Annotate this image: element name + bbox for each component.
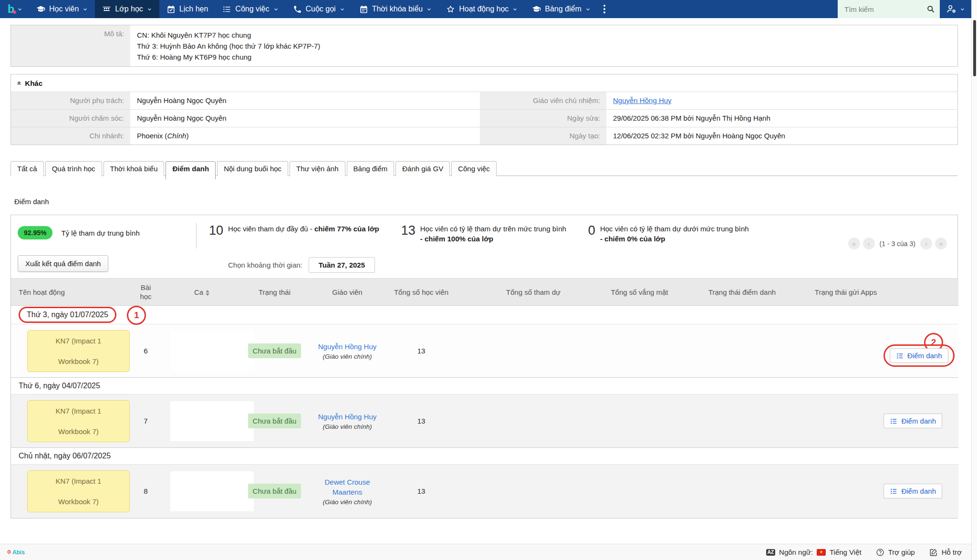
tab-noi-dung-buoi-hoc[interactable]: Nội dung buổi học bbox=[217, 161, 288, 176]
nav-item-cong-viec[interactable]: Công việc bbox=[215, 0, 285, 18]
search-input[interactable] bbox=[843, 5, 926, 14]
col-header-total-absent: Tổng số vắng mặt bbox=[605, 279, 674, 306]
apps-status bbox=[810, 465, 882, 518]
nav-item-label: Hoạt động học bbox=[459, 5, 509, 13]
col-header-actions bbox=[882, 279, 958, 306]
annotation-ellipse: Thứ 3, ngày 01/07/2025 bbox=[19, 307, 116, 323]
kebab-menu-icon bbox=[603, 5, 605, 7]
period-label: Chọn khoảng thời gian: bbox=[228, 261, 302, 269]
stat-below-average: 0 Học viên có tỷ lệ tham dự dưới mức tru… bbox=[588, 223, 749, 244]
chevron-down-icon bbox=[83, 7, 88, 12]
period-select[interactable]: Tuần 27, 2025 bbox=[309, 257, 375, 273]
tab-diem-danh[interactable]: Điểm danh bbox=[166, 161, 216, 179]
user-settings-icon bbox=[946, 3, 957, 15]
tab-qua-trinh-hoc[interactable]: Quá trình học bbox=[45, 161, 102, 176]
brand-logo[interactable]: b bbox=[0, 0, 29, 18]
user-settings-menu[interactable] bbox=[940, 0, 971, 18]
abis-logo[interactable]: ⚙ Abis bbox=[7, 549, 25, 556]
nav-item-label: Bảng điểm bbox=[545, 5, 582, 13]
section-collapse-header[interactable]: « Khác bbox=[11, 74, 957, 92]
col-header-activity: Tên hoạt động bbox=[11, 279, 123, 306]
col-header-ca[interactable]: Ca bbox=[168, 279, 235, 306]
attendance-rate-label: Tỷ lệ tham dự trung bình bbox=[61, 229, 139, 237]
description-value: CN: Khôi Nguyên KT7P7 học chung Thứ 3: H… bbox=[130, 25, 320, 66]
nav-item-cuoc-goi[interactable]: Cuộc gọi bbox=[286, 0, 352, 18]
nav-item-label: Lớp học bbox=[115, 5, 143, 13]
total-absent bbox=[605, 465, 674, 518]
brand-logo-text: b bbox=[8, 4, 14, 15]
nav-item-lop-hoc[interactable]: Lớp học bbox=[95, 0, 159, 18]
export-attendance-button[interactable]: Xuất kết quả điểm danh bbox=[18, 255, 108, 272]
pagination-prev-button[interactable]: ‹ bbox=[863, 238, 875, 249]
vietnam-flag-icon: ★ bbox=[817, 549, 826, 556]
nav-item-hoc-vien[interactable]: Học viên bbox=[29, 0, 95, 18]
tab-tat-ca[interactable]: Tất cả bbox=[10, 161, 44, 176]
description-label: Mô tả: bbox=[11, 25, 130, 66]
nav-item-thoi-khoa-bieu[interactable]: Thời khóa biểu bbox=[352, 0, 439, 18]
activity-card[interactable]: KN7 (Impact 1 Workbook 7) bbox=[27, 330, 130, 372]
take-attendance-button[interactable]: Điểm danh bbox=[883, 484, 942, 498]
help-link[interactable]: Trợ giúp bbox=[876, 548, 915, 557]
nav-item-bang-diem[interactable]: Bảng điểm bbox=[525, 0, 598, 18]
nav-more-menu[interactable] bbox=[598, 0, 611, 18]
total-attended bbox=[462, 324, 605, 378]
tab-bang-diem[interactable]: Bảng điểm bbox=[347, 161, 395, 176]
top-navbar: b Học viên Lớp học Lịch hẹn Công việc Cu… bbox=[0, 0, 971, 18]
description-line: Thứ 6: Hoàng My KT6P9 học chung bbox=[137, 52, 320, 62]
nav-item-label: Công việc bbox=[235, 5, 269, 13]
sort-icon[interactable] bbox=[206, 290, 209, 296]
nav-item-lich-hen[interactable]: Lịch hẹn bbox=[159, 0, 216, 18]
field-value: 12/06/2025 02:32 PM bởi Nguyễn Hoàng Ngọ… bbox=[606, 127, 957, 145]
tab-thoi-khoa-bieu[interactable]: Thời khoá biểu bbox=[104, 161, 165, 176]
pagination-next-button[interactable]: › bbox=[920, 238, 932, 249]
teacher-link[interactable]: Nguyễn Hồng Huy bbox=[316, 412, 379, 422]
teacher-link[interactable]: Nguyễn Hồng Huy bbox=[316, 342, 379, 352]
field-label: Ngày tạo: bbox=[480, 127, 606, 145]
divider bbox=[196, 223, 197, 249]
scrollbar[interactable] bbox=[971, 0, 977, 560]
attendance-rate-badge: 92.95% bbox=[18, 226, 52, 239]
search-icon[interactable] bbox=[926, 5, 935, 13]
global-search bbox=[838, 0, 940, 18]
tab-cong-viec[interactable]: Công việc bbox=[451, 161, 497, 176]
homeroom-teacher-link[interactable]: Nguyễn Hồng Huy bbox=[613, 96, 672, 104]
field-value: Nguyễn Hồng Huy bbox=[606, 92, 957, 109]
lesson-number: 6 bbox=[123, 324, 168, 378]
col-header-total-attended: Tổng số tham dự bbox=[462, 279, 605, 306]
chevron-down-icon bbox=[960, 7, 965, 12]
checklist-icon bbox=[890, 487, 897, 495]
activity-card[interactable]: KN7 (Impact 1 Workbook 7) bbox=[27, 400, 130, 442]
detail-row: Người phụ trách: Nguyễn Hoàng Ngọc Quyên… bbox=[11, 92, 957, 109]
footer-bar: ⚙ Abis AZ Ngôn ngữ: ★ Tiếng Việt Trợ giú… bbox=[0, 544, 971, 560]
take-attendance-button[interactable]: Điểm danh bbox=[883, 414, 942, 428]
detail-tabs: Tất cả Quá trình học Thời khoá biểu Điểm… bbox=[10, 161, 958, 176]
detail-row: Chi nhánh: Phoenix (Chính) Ngày tạo: 12/… bbox=[11, 127, 957, 145]
lesson-number: 8 bbox=[123, 465, 168, 518]
phone-icon bbox=[293, 5, 302, 14]
language-switcher[interactable]: AZ Ngôn ngữ: ★ Tiếng Việt bbox=[766, 548, 862, 556]
section-title: Khác bbox=[25, 79, 42, 87]
nav-item-hoat-dong-hoc[interactable]: Hoạt động học bbox=[439, 0, 525, 18]
pagination-first-button[interactable]: « bbox=[848, 238, 860, 249]
session-row: KN7 (Impact 1 Workbook 7) 7 Chưa bắt đầu… bbox=[11, 394, 958, 448]
translate-icon: AZ bbox=[766, 549, 775, 556]
graduation-cap-icon bbox=[36, 5, 45, 14]
take-attendance-button[interactable]: Điểm danh bbox=[890, 348, 948, 363]
activity-card[interactable]: KN7 (Impact 1 Workbook 7) bbox=[27, 470, 130, 512]
tab-thu-vien-anh[interactable]: Thư viện ảnh bbox=[290, 161, 345, 176]
nav-item-label: Học viên bbox=[49, 5, 79, 13]
total-attended bbox=[462, 465, 605, 518]
session-row: KN7 (Impact 1 Workbook 7) 6 Chưa bắt đầu… bbox=[11, 324, 958, 378]
scrollbar-thumb[interactable] bbox=[973, 20, 976, 76]
tab-danh-gia-gv[interactable]: Đánh giá GV bbox=[395, 161, 450, 176]
date-group-row: Chủ nhật, ngày 06/07/2025 bbox=[11, 448, 958, 465]
language-value: Tiếng Việt bbox=[830, 548, 862, 556]
attendance-status bbox=[674, 324, 810, 378]
support-link[interactable]: Hỗ trợ bbox=[929, 548, 962, 557]
graduation-cap-icon bbox=[532, 5, 541, 14]
teacher-role: (Giáo viên chính) bbox=[316, 498, 379, 506]
pagination-last-button[interactable]: » bbox=[935, 238, 947, 249]
field-label: Ngày sửa: bbox=[480, 110, 606, 127]
teacher-link[interactable]: Dewet Crouse Maartens bbox=[316, 477, 379, 497]
field-label: Chi nhánh: bbox=[11, 127, 130, 145]
